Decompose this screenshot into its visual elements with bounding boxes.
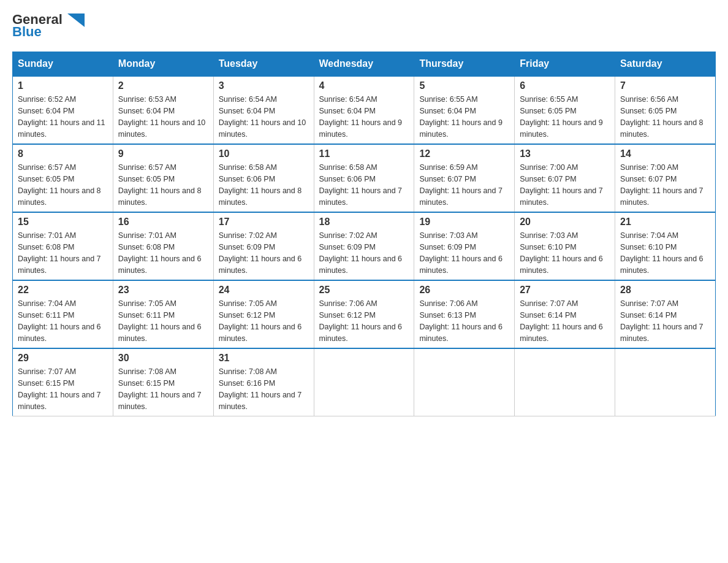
day-header-monday: Monday — [113, 52, 213, 77]
day-number: 10 — [219, 148, 309, 159]
daylight-label: Daylight: 11 hours and 7 minutes. — [18, 391, 101, 411]
sunrise-label: Sunrise: 6:54 AM — [319, 95, 377, 104]
sunrise-label: Sunrise: 6:58 AM — [319, 163, 377, 172]
sunrise-label: Sunrise: 7:07 AM — [18, 367, 76, 376]
day-info: Sunrise: 7:05 AM Sunset: 6:11 PM Dayligh… — [118, 298, 208, 344]
day-cell-30: 30 Sunrise: 7:08 AM Sunset: 6:15 PM Dayl… — [113, 348, 213, 416]
daylight-label: Daylight: 11 hours and 6 minutes. — [319, 255, 403, 275]
day-cell-17: 17 Sunrise: 7:02 AM Sunset: 6:09 PM Dayl… — [213, 212, 314, 280]
daylight-label: Daylight: 11 hours and 7 minutes. — [319, 186, 403, 207]
day-info: Sunrise: 7:04 AM Sunset: 6:11 PM Dayligh… — [18, 298, 108, 344]
day-info: Sunrise: 7:07 AM Sunset: 6:14 PM Dayligh… — [620, 298, 710, 344]
day-cell-2: 2 Sunrise: 6:53 AM Sunset: 6:04 PM Dayli… — [113, 76, 213, 144]
day-info: Sunrise: 7:00 AM Sunset: 6:07 PM Dayligh… — [620, 162, 710, 208]
day-cell-25: 25 Sunrise: 7:06 AM Sunset: 6:12 PM Dayl… — [314, 280, 414, 348]
day-info: Sunrise: 7:07 AM Sunset: 6:15 PM Dayligh… — [18, 366, 108, 412]
sunset-label: Sunset: 6:05 PM — [620, 107, 677, 115]
day-number: 30 — [118, 353, 208, 364]
day-cell-18: 18 Sunrise: 7:02 AM Sunset: 6:09 PM Dayl… — [314, 212, 414, 280]
day-info: Sunrise: 6:52 AM Sunset: 6:04 PM Dayligh… — [18, 94, 108, 140]
week-row-5: 29 Sunrise: 7:07 AM Sunset: 6:15 PM Dayl… — [13, 348, 716, 416]
page-header: General Blue — [12, 12, 716, 39]
sunrise-label: Sunrise: 6:58 AM — [219, 163, 277, 172]
day-number: 15 — [18, 216, 108, 228]
week-row-1: 1 Sunrise: 6:52 AM Sunset: 6:04 PM Dayli… — [13, 76, 716, 144]
sunset-label: Sunset: 6:15 PM — [18, 379, 74, 388]
daylight-label: Daylight: 11 hours and 7 minutes. — [520, 186, 603, 207]
day-number: 2 — [118, 80, 208, 91]
day-info: Sunrise: 7:08 AM Sunset: 6:15 PM Dayligh… — [118, 366, 208, 412]
daylight-label: Daylight: 11 hours and 9 minutes. — [419, 118, 502, 139]
daylight-label: Daylight: 11 hours and 9 minutes. — [319, 118, 403, 139]
day-info: Sunrise: 7:01 AM Sunset: 6:08 PM Dayligh… — [118, 230, 208, 276]
day-info: Sunrise: 6:56 AM Sunset: 6:05 PM Dayligh… — [620, 94, 710, 140]
day-number: 20 — [520, 216, 610, 228]
day-number: 6 — [520, 80, 610, 91]
sunrise-label: Sunrise: 7:02 AM — [219, 231, 277, 240]
day-number: 23 — [118, 285, 208, 296]
day-number: 18 — [319, 216, 409, 228]
calendar-body: 1 Sunrise: 6:52 AM Sunset: 6:04 PM Dayli… — [13, 76, 716, 416]
sunset-label: Sunset: 6:11 PM — [18, 311, 74, 320]
daylight-label: Daylight: 11 hours and 6 minutes. — [419, 255, 502, 275]
daylight-label: Daylight: 11 hours and 6 minutes. — [219, 323, 302, 343]
day-cell-11: 11 Sunrise: 6:58 AM Sunset: 6:06 PM Dayl… — [314, 144, 414, 212]
sunrise-label: Sunrise: 7:00 AM — [620, 163, 678, 172]
day-cell-29: 29 Sunrise: 7:07 AM Sunset: 6:15 PM Dayl… — [13, 348, 113, 416]
sunset-label: Sunset: 6:10 PM — [520, 243, 576, 251]
sunrise-label: Sunrise: 6:56 AM — [620, 95, 678, 104]
day-cell-26: 26 Sunrise: 7:06 AM Sunset: 6:13 PM Dayl… — [414, 280, 515, 348]
sunrise-label: Sunrise: 6:52 AM — [18, 95, 76, 104]
day-number: 25 — [319, 285, 409, 296]
daylight-label: Daylight: 11 hours and 7 minutes. — [620, 323, 703, 343]
sunrise-label: Sunrise: 6:55 AM — [520, 95, 578, 104]
sunset-label: Sunset: 6:05 PM — [18, 175, 74, 183]
logo-blue: Blue — [12, 25, 85, 39]
sunrise-label: Sunrise: 7:04 AM — [620, 231, 678, 240]
sunset-label: Sunset: 6:09 PM — [319, 243, 376, 251]
day-number: 16 — [118, 216, 208, 228]
day-cell-28: 28 Sunrise: 7:07 AM Sunset: 6:14 PM Dayl… — [615, 280, 716, 348]
day-number: 5 — [419, 80, 509, 91]
sunset-label: Sunset: 6:08 PM — [118, 243, 175, 251]
sunrise-label: Sunrise: 7:05 AM — [118, 299, 176, 308]
day-cell-10: 10 Sunrise: 6:58 AM Sunset: 6:06 PM Dayl… — [213, 144, 314, 212]
sunset-label: Sunset: 6:04 PM — [319, 107, 376, 115]
sunset-label: Sunset: 6:07 PM — [620, 175, 677, 183]
week-row-2: 8 Sunrise: 6:57 AM Sunset: 6:05 PM Dayli… — [13, 144, 716, 212]
day-info: Sunrise: 6:57 AM Sunset: 6:05 PM Dayligh… — [118, 162, 208, 208]
day-number: 26 — [419, 285, 509, 296]
empty-cell — [414, 348, 515, 416]
daylight-label: Daylight: 11 hours and 6 minutes. — [520, 255, 603, 275]
daylight-label: Daylight: 11 hours and 6 minutes. — [18, 323, 101, 343]
daylight-label: Daylight: 11 hours and 6 minutes. — [520, 323, 603, 343]
sunrise-label: Sunrise: 7:07 AM — [620, 299, 678, 308]
daylight-label: Daylight: 11 hours and 6 minutes. — [620, 255, 703, 275]
day-cell-16: 16 Sunrise: 7:01 AM Sunset: 6:08 PM Dayl… — [113, 212, 213, 280]
day-cell-20: 20 Sunrise: 7:03 AM Sunset: 6:10 PM Dayl… — [515, 212, 615, 280]
day-cell-7: 7 Sunrise: 6:56 AM Sunset: 6:05 PM Dayli… — [615, 76, 716, 144]
day-number: 17 — [219, 216, 309, 228]
sunrise-label: Sunrise: 7:06 AM — [319, 299, 377, 308]
days-of-week-row: SundayMondayTuesdayWednesdayThursdayFrid… — [13, 52, 716, 77]
sunrise-label: Sunrise: 7:08 AM — [219, 367, 277, 376]
day-info: Sunrise: 6:57 AM Sunset: 6:05 PM Dayligh… — [18, 162, 108, 208]
day-info: Sunrise: 6:58 AM Sunset: 6:06 PM Dayligh… — [219, 162, 309, 208]
sunset-label: Sunset: 6:14 PM — [520, 311, 576, 320]
day-cell-21: 21 Sunrise: 7:04 AM Sunset: 6:10 PM Dayl… — [615, 212, 716, 280]
daylight-label: Daylight: 11 hours and 9 minutes. — [520, 118, 603, 139]
day-cell-14: 14 Sunrise: 7:00 AM Sunset: 6:07 PM Dayl… — [615, 144, 716, 212]
day-info: Sunrise: 7:07 AM Sunset: 6:14 PM Dayligh… — [520, 298, 610, 344]
day-number: 28 — [620, 285, 710, 296]
week-row-4: 22 Sunrise: 7:04 AM Sunset: 6:11 PM Dayl… — [13, 280, 716, 348]
day-cell-5: 5 Sunrise: 6:55 AM Sunset: 6:04 PM Dayli… — [414, 76, 515, 144]
day-cell-4: 4 Sunrise: 6:54 AM Sunset: 6:04 PM Dayli… — [314, 76, 414, 144]
day-number: 7 — [620, 80, 710, 91]
day-info: Sunrise: 7:02 AM Sunset: 6:09 PM Dayligh… — [219, 230, 309, 276]
sunset-label: Sunset: 6:09 PM — [219, 243, 275, 251]
sunset-label: Sunset: 6:09 PM — [419, 243, 476, 251]
day-number: 22 — [18, 285, 108, 296]
day-info: Sunrise: 6:53 AM Sunset: 6:04 PM Dayligh… — [118, 94, 208, 140]
daylight-label: Daylight: 11 hours and 6 minutes. — [219, 255, 302, 275]
sunset-label: Sunset: 6:10 PM — [620, 243, 677, 251]
